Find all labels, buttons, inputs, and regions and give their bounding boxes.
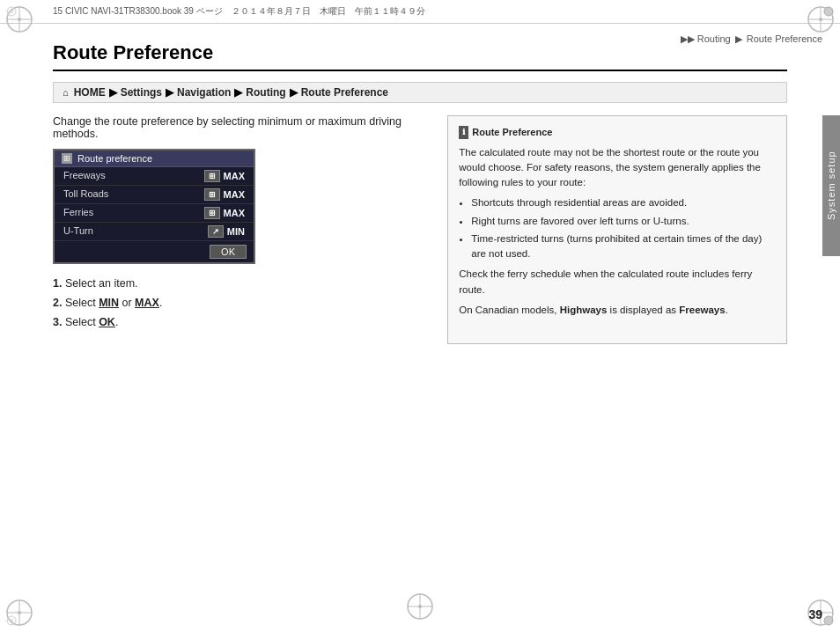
tollroads-value: ⊞ MAX [204,188,245,201]
step2-min: MIN [99,297,119,309]
uturn-value: ↗ MIN [208,225,245,238]
sep4: ▶ [290,86,298,99]
screen-row-uturn: U-Turn ↗ MIN [55,223,254,241]
freeways-icon: ⊞ [204,170,220,182]
step-3: 3. Select OK. [53,313,426,331]
ferries-value: ⊞ MAX [204,207,245,219]
header-bar: 15 CIVIC NAVI-31TR38300.book 39 ページ ２０１４… [0,0,840,24]
freeways-value: ⊞ MAX [204,170,245,182]
screen-title-icon: ⊞ [62,153,72,164]
sep1: ▶ [109,86,117,99]
header-japanese-text: 15 CIVIC NAVI-31TR38300.book 39 ページ ２０１４… [53,5,425,18]
screen-row-freeways: Freeways ⊞ MAX [55,167,254,186]
svg-point-15 [18,611,21,614]
note-icon: ℹ [459,126,468,140]
tollroads-label: Toll Roads [63,188,108,201]
center-bottom-decoration [404,591,436,625]
note-title: ℹ Route Preference [459,125,776,140]
screen-row-ferries: Ferries ⊞ MAX [55,204,254,223]
svg-point-3 [18,18,21,21]
screen-footer: OK [55,241,254,262]
note-box: ℹ Route Preference The calculated route … [447,115,787,344]
breadcrumb-home: HOME [74,86,106,99]
screen-row-tollroads: Toll Roads ⊞ MAX [55,186,254,204]
svg-point-23 [824,616,833,625]
note-bullet-3: Time-restricted turns (turns prohibited … [471,231,776,262]
svg-point-11 [824,7,833,16]
breadcrumb-settings: Settings [121,86,162,99]
note-bullet-1: Shortcuts through residential areas are … [471,195,776,210]
note-paragraph-1: The calculated route may not be the shor… [459,145,776,191]
sep3: ▶ [234,86,242,99]
corner-decoration-bl [4,597,35,628]
right-column: System setup ℹ Route Preference The calc… [447,115,787,344]
svg-point-10 [819,18,822,21]
note-paragraph-3: On Canadian models, Highways is displaye… [459,303,776,318]
sep2: ▶ [166,86,173,99]
breadcrumb-routing: Routing [246,86,285,99]
main-content: Route Preference ⌂ HOME ▶ Settings ▶ Nav… [0,24,840,362]
freeways-label: Freeways [63,170,106,182]
note-title-text: Route Preference [472,125,552,140]
screen-table: Freeways ⊞ MAX Toll Roads ⊞ MAX [55,167,254,241]
step2-max: MAX [135,297,159,309]
screen-ok-button: OK [210,245,247,259]
note-paragraph-2: Check the ferry schedule when the calcul… [459,267,776,298]
tollroads-icon: ⊞ [204,188,220,201]
ferries-icon: ⊞ [204,207,220,219]
uturn-icon: ↗ [208,225,224,238]
two-col-layout: Change the route preference by selecting… [53,115,787,344]
note-bullets: Shortcuts through residential areas are … [459,195,776,261]
side-tab: System setup [822,115,840,256]
page-title: Route Preference [53,41,787,71]
breadcrumb-path: ⌂ HOME ▶ Settings ▶ Navigation ▶ Routing… [53,82,787,103]
steps-list: 1. Select an item. 2. Select MIN or MAX.… [53,275,426,331]
intro-text: Change the route preference by selecting… [53,115,426,140]
step-2: 2. Select MIN or MAX. [53,294,426,312]
screen-mockup: ⊞ Route preference Freeways ⊞ MAX Toll [53,149,255,264]
breadcrumb-navigation: Navigation [177,86,231,99]
uturn-label: U-Turn [63,225,93,238]
left-column: Change the route preference by selecting… [53,115,426,344]
screen-title-text: Route preference [77,153,152,164]
step3-ok: OK [99,316,115,328]
page-number: 39 [808,607,822,621]
ferries-label: Ferries [63,207,93,219]
svg-point-27 [418,605,422,608]
breadcrumb-route-preference: Route Preference [301,86,388,99]
note-bullet-2: Right turns are favored over left turns … [471,214,776,229]
home-icon: ⌂ [63,87,69,98]
step-1: 1. Select an item. [53,275,426,292]
screen-title-bar: ⊞ Route preference [55,151,254,167]
